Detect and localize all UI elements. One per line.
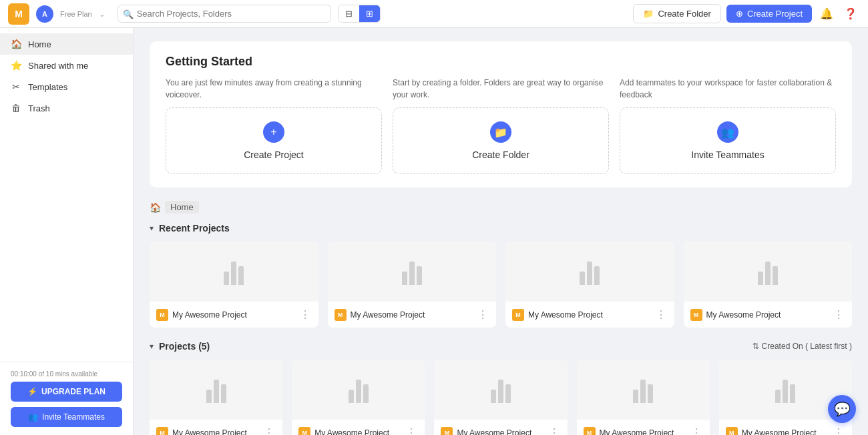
- create-folder-button[interactable]: 📁 Create Folder: [633, 4, 720, 23]
- all-project-footer-1: M My Awesome Project ⋮: [292, 420, 425, 435]
- all-project-logo-4: M: [726, 427, 738, 436]
- project-footer-3: M My Awesome Project ⋮: [684, 302, 853, 328]
- sidebar-item-trash[interactable]: 🗑 Trash: [0, 97, 133, 119]
- app-logo: M: [8, 3, 29, 25]
- recent-project-card-3[interactable]: M My Awesome Project ⋮: [684, 242, 853, 328]
- bars-icon-1: [402, 258, 422, 285]
- all-bars-icon-1: [349, 376, 369, 403]
- all-project-more-2[interactable]: ⋮: [548, 425, 561, 435]
- plan-chevron-icon[interactable]: ⌄: [99, 9, 105, 19]
- create-project-card-icon: +: [263, 121, 284, 143]
- chat-icon: 💬: [834, 401, 851, 417]
- all-project-card-2[interactable]: M My Awesome Project ⋮: [434, 360, 567, 435]
- sort-icon: ⇅: [752, 342, 759, 351]
- breadcrumb-home-label: Home: [165, 201, 199, 213]
- all-project-thumb-2: [434, 360, 567, 420]
- sort-button[interactable]: ⇅ Created On ( Latest first ): [752, 342, 852, 351]
- recent-projects-header: ▾ Recent Projects: [150, 223, 852, 234]
- all-projects-chevron-icon[interactable]: ▾: [150, 342, 154, 351]
- all-bars-icon-4: [775, 376, 795, 403]
- trash-icon: 🗑: [11, 103, 21, 113]
- all-project-name-0: My Awesome Project: [172, 428, 258, 436]
- project-more-menu-3[interactable]: ⋮: [832, 307, 845, 322]
- user-avatar[interactable]: A: [36, 5, 53, 23]
- project-thumb-2: [505, 242, 674, 302]
- breadcrumb: 🏠 Home: [150, 201, 852, 213]
- recent-project-card-1[interactable]: M My Awesome Project ⋮: [328, 242, 497, 328]
- sidebar-bottom: 00:10:00 of 10 mins available ⚡ UPGRADE …: [0, 362, 133, 435]
- all-project-more-1[interactable]: ⋮: [405, 425, 418, 435]
- project-thumb-1: [328, 242, 497, 302]
- grid-view-button[interactable]: ⊞: [359, 5, 380, 22]
- sidebar-item-home-label: Home: [28, 39, 51, 49]
- getting-started-cards: You are just few minutes away from creat…: [166, 77, 836, 174]
- chat-bubble-button[interactable]: 💬: [828, 395, 856, 423]
- all-project-card-1[interactable]: M My Awesome Project ⋮: [292, 360, 425, 435]
- gs-card-create-folder-label: Create Folder: [472, 149, 529, 160]
- invite-card-icon: 👥: [717, 121, 738, 143]
- gs-card-create-project-label: Create Project: [244, 149, 303, 160]
- gs-card-invite[interactable]: 👥 Invite Teammates: [620, 107, 836, 174]
- breadcrumb-home-icon[interactable]: 🏠: [150, 202, 161, 213]
- create-project-button[interactable]: ⊕ Create Project: [726, 5, 812, 23]
- search-input[interactable]: [118, 5, 331, 23]
- upgrade-plan-button[interactable]: ⚡ UPGRADE PLAN: [11, 382, 122, 402]
- project-logo-1: M: [335, 309, 347, 321]
- all-project-name-4: My Awesome Project: [742, 428, 828, 436]
- all-bars-icon-3: [633, 376, 653, 403]
- notifications-button[interactable]: 🔔: [817, 5, 836, 23]
- gs-desc-2: Start by creating a folder. Folders are …: [393, 77, 609, 101]
- recent-project-name-1: My Awesome Project: [351, 310, 473, 320]
- sidebar-item-home[interactable]: 🏠 Home: [0, 33, 133, 55]
- help-button[interactable]: ❓: [841, 5, 860, 23]
- sidebar-item-templates[interactable]: ✂ Templates: [0, 76, 133, 97]
- bars-icon-3: [758, 258, 778, 285]
- all-project-card-0[interactable]: M My Awesome Project ⋮: [150, 360, 282, 435]
- gs-card-create-folder[interactable]: 📁 Create Folder: [393, 107, 609, 174]
- project-thumb-3: [684, 242, 853, 302]
- usage-text: 00:10:00 of 10 mins available: [11, 370, 122, 378]
- bars-icon-2: [580, 258, 600, 285]
- scissors-icon: ✂: [11, 81, 21, 92]
- project-footer-0: M My Awesome Project ⋮: [150, 302, 318, 328]
- invite-teammates-button[interactable]: 👥 Invite Teammates: [11, 407, 122, 427]
- recent-projects-title: Recent Projects: [159, 223, 230, 234]
- all-project-more-4[interactable]: ⋮: [832, 425, 845, 435]
- invite-label: Invite Teammates: [42, 412, 105, 422]
- view-toggle: ⊟ ⊞: [338, 5, 381, 23]
- sidebar-item-templates-label: Templates: [28, 82, 67, 92]
- all-projects-title: Projects (5): [159, 341, 210, 352]
- all-project-card-4[interactable]: M My Awesome Project ⋮: [719, 360, 852, 435]
- all-project-card-3[interactable]: M My Awesome Project ⋮: [577, 360, 710, 435]
- all-project-more-3[interactable]: ⋮: [690, 425, 703, 435]
- upgrade-icon: ⚡: [27, 387, 37, 396]
- project-logo-3: M: [690, 309, 702, 321]
- project-more-menu-1[interactable]: ⋮: [476, 307, 489, 322]
- recent-project-card-0[interactable]: M My Awesome Project ⋮: [150, 242, 318, 328]
- bars-icon-0: [224, 258, 244, 285]
- all-project-footer-4: M My Awesome Project ⋮: [719, 420, 852, 435]
- all-project-thumb-3: [577, 360, 710, 420]
- sidebar: 🏠 Home ⭐ Shared with me ✂ Templates 🗑 Tr…: [0, 28, 134, 435]
- sidebar-item-shared[interactable]: ⭐ Shared with me: [0, 55, 133, 76]
- all-project-footer-0: M My Awesome Project ⋮: [150, 420, 282, 435]
- recent-chevron-icon[interactable]: ▾: [150, 224, 154, 233]
- topbar-actions: 📁 Create Folder ⊕ Create Project 🔔 ❓: [633, 4, 860, 23]
- all-project-thumb-1: [292, 360, 425, 420]
- topbar: M A Free Plan ⌄ 🔍 ⊟ ⊞ 📁 Create Folder ⊕ …: [0, 0, 868, 28]
- project-footer-1: M My Awesome Project ⋮: [328, 302, 497, 328]
- recent-project-card-2[interactable]: M My Awesome Project ⋮: [505, 242, 674, 328]
- all-project-footer-3: M My Awesome Project ⋮: [577, 420, 710, 435]
- gs-desc-1: You are just few minutes away from creat…: [166, 77, 382, 101]
- getting-started-section: Getting Started You are just few minutes…: [150, 41, 852, 187]
- project-more-menu-2[interactable]: ⋮: [654, 307, 668, 322]
- plan-label: Free Plan: [60, 10, 92, 18]
- project-more-menu-0[interactable]: ⋮: [298, 307, 312, 322]
- list-view-button[interactable]: ⊟: [339, 5, 359, 22]
- all-project-name-3: My Awesome Project: [600, 428, 686, 436]
- home-icon: 🏠: [11, 39, 21, 49]
- all-project-more-0[interactable]: ⋮: [262, 425, 276, 435]
- all-bars-icon-0: [206, 376, 226, 403]
- gs-card-create-project[interactable]: + Create Project: [166, 107, 382, 174]
- sort-label: Created On ( Latest first ): [762, 342, 852, 351]
